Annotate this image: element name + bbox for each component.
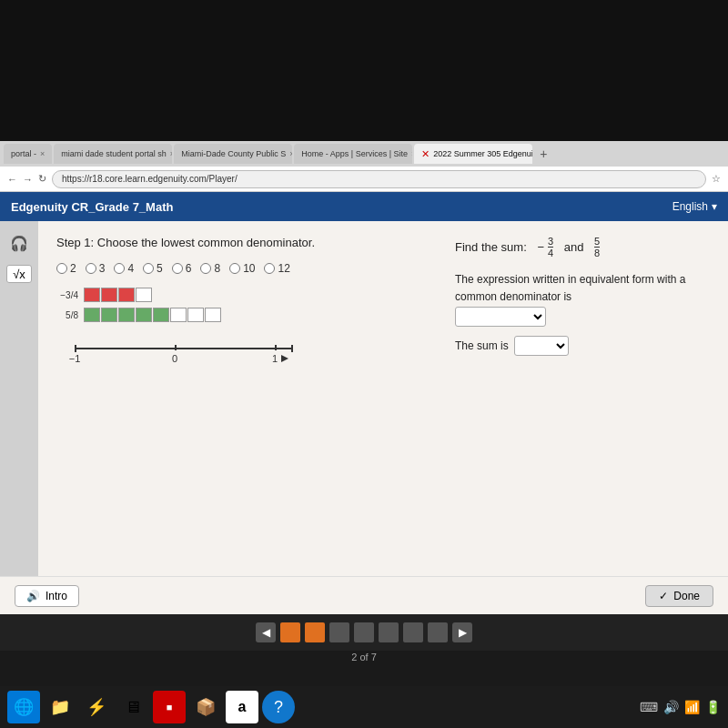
app-title: Edgenuity CR_Grade 7_Math [11,200,173,214]
nav-block-1[interactable] [280,622,300,642]
tab-bar: portal - × miami dade student portal sh … [0,141,728,167]
taskbar-explorer-icon[interactable]: 📁 [44,691,76,723]
number-line-track [75,348,293,349]
nav-bar: ◀ ▶ [0,614,728,651]
find-sum-label: Find the sum: [455,240,527,254]
expression-label: The expression written in equivalent for… [455,273,685,303]
and-label: and [564,240,584,254]
number-line: −1 0 1 [66,337,302,364]
chevron-down-icon: ▾ [712,200,717,213]
language-selector[interactable]: English ▾ [672,200,717,213]
new-tab-button[interactable]: + [534,145,552,163]
nav-next-button[interactable]: ▶ [452,622,472,642]
browser-chrome: portal - × miami dade student portal sh … [0,141,728,192]
radio-option-5[interactable]: 5 [143,262,163,275]
nl-label-0: 0 [172,353,177,364]
top-background [0,0,728,141]
bar-cell [101,308,117,322]
tab-label: 2022 Summer 305 Edgenuity [433,149,532,158]
tab-close[interactable]: × [289,149,292,158]
radio-option-8[interactable]: 8 [200,262,220,275]
tab-close[interactable]: × [170,149,172,158]
radio-4[interactable] [114,263,125,274]
check-icon: ✓ [659,590,668,602]
left-sidebar: 🎧 √x [0,221,38,576]
radio-option-2[interactable]: 2 [56,262,76,275]
nav-block-4[interactable] [354,622,374,642]
taskbar: 🌐 📁 ⚡ 🖥 ■ 📦 a ? ⌨ 🔊 📶 🔋 [0,686,728,728]
address-input[interactable]: https://r18.core.learn.edgenuity.com/Pla… [52,170,706,188]
radio-12[interactable] [264,263,275,274]
headphone-icon[interactable]: 🎧 [5,228,34,258]
bar-cell [205,308,221,322]
keyboard-icon: ⌨ [640,700,658,714]
radio-2[interactable] [56,263,67,274]
bookmark-icon[interactable]: ☆ [712,173,721,185]
done-button[interactable]: ✓ Done [645,585,713,607]
bar-cell [84,308,100,322]
tab-close[interactable]: × [411,149,412,158]
tab-miami[interactable]: miami dade student portal sh × [54,144,172,164]
radio-option-4[interactable]: 4 [114,262,134,275]
page-label: 2 of 7 [351,652,377,662]
fraction2: 5 8 [594,236,600,258]
intro-button[interactable]: 🔊 Intro [15,585,79,607]
nl-tick [75,345,76,350]
network-icon: 📶 [684,700,700,714]
nav-block-3[interactable] [329,622,349,642]
bar-cell [118,308,135,322]
nl-tick [175,345,177,350]
sum-row: The sum is −1/8 1/8 [455,336,710,356]
tab-label: Home - Apps | Services | Site [301,149,408,158]
expression-row: The expression written in equivalent for… [455,271,710,326]
tab-close[interactable]: × [40,149,45,158]
radio-option-3[interactable]: 3 [86,262,106,275]
radio-option-10[interactable]: 10 [229,262,255,275]
taskbar-amazon-icon[interactable]: a [226,691,258,723]
tab-label: Miami-Dade County Public S [181,149,286,158]
right-panel: Find the sum: − 3 4 and 5 8 The expressi… [455,236,710,356]
arrow-right-icon [281,355,288,362]
nav-block-5[interactable] [379,622,399,642]
radio-8[interactable] [200,263,211,274]
taskbar-screen-icon[interactable]: 🖥 [116,691,149,723]
nav-prev-button[interactable]: ◀ [256,622,276,642]
calculator-icon[interactable]: √x [6,265,32,283]
radio-5[interactable] [143,263,154,274]
sum-label: The sum is [455,339,509,352]
nl-label-neg1: −1 [69,353,81,364]
language-label: English [672,200,708,213]
nav-block-7[interactable] [428,622,448,642]
taskbar-flash-icon[interactable]: ⚡ [80,691,113,723]
tab-home[interactable]: Home - Apps | Services | Site × [294,144,412,164]
sum-dropdown[interactable]: −1/8 1/8 [514,336,569,356]
radio-6[interactable] [172,263,183,274]
bar-cell [118,288,135,302]
app-header: Edgenuity CR_Grade 7_Math English ▾ [0,192,728,221]
taskbar-help-icon[interactable]: ? [262,691,295,723]
equivalent-form-dropdown[interactable]: −6/8 + 5/8 −6/8 and 5/8 [455,307,546,327]
tab-portal[interactable]: portal - × [4,144,52,164]
bar-container-1 [84,288,152,302]
bar-label-1: −3/4 [56,290,78,300]
radio-10[interactable] [229,263,240,274]
nl-label-1: 1 [272,353,278,364]
address-text: https://r18.core.learn.edgenuity.com/Pla… [62,174,238,184]
radio-option-12[interactable]: 12 [264,262,289,275]
taskbar-dropbox-icon[interactable]: 📦 [189,691,222,723]
bar-cell [101,288,117,302]
radio-option-6[interactable]: 6 [172,262,192,275]
taskbar-red-icon[interactable]: ■ [153,691,186,723]
bar-cell [136,308,152,322]
nav-block-2[interactable] [305,622,325,642]
taskbar-edge-icon[interactable]: 🌐 [7,691,40,723]
tab-mdcps[interactable]: Miami-Dade County Public S × [174,144,292,164]
bar-cell [153,308,169,322]
fraction1: 3 4 [548,236,553,258]
tab-edgenuity[interactable]: ✕ 2022 Summer 305 Edgenuity × [414,144,532,164]
nl-tick [275,345,277,350]
intro-label: Intro [46,590,67,602]
radio-3[interactable] [86,263,96,274]
nav-block-6[interactable] [403,622,423,642]
page-indicator: 2 of 7 [351,652,377,662]
